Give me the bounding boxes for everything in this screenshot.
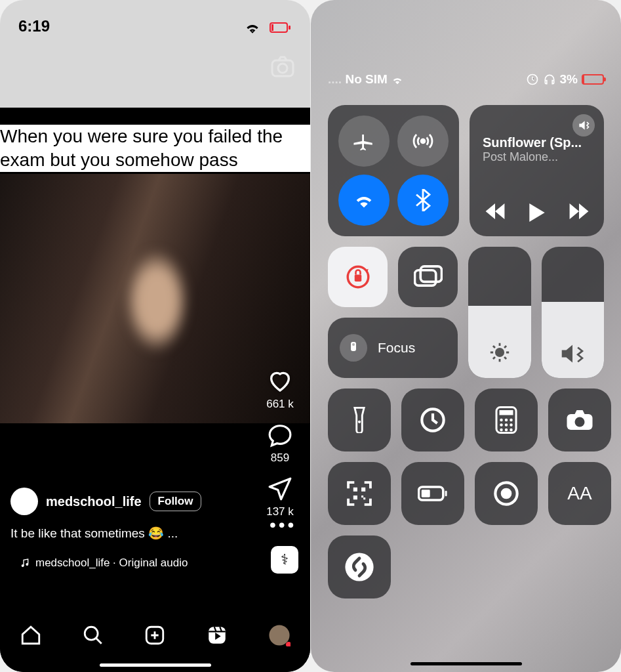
volume-icon: [560, 344, 585, 366]
comment-count: 859: [271, 452, 289, 465]
svg-point-28: [500, 423, 503, 427]
tab-reels[interactable]: [206, 624, 228, 646]
svg-rect-15: [354, 275, 361, 282]
svg-rect-40: [363, 497, 365, 499]
focus-button[interactable]: Focus: [328, 318, 458, 378]
svg-point-21: [358, 421, 361, 423]
screen-record-button[interactable]: [475, 462, 538, 525]
svg-point-27: [510, 419, 513, 422]
battery-percent: 3%: [560, 72, 578, 87]
music-artist: Post Malone...: [483, 150, 591, 164]
svg-point-29: [505, 423, 508, 427]
like-button[interactable]: 661 k: [266, 368, 294, 411]
svg-rect-2: [289, 26, 290, 30]
svg-point-45: [501, 488, 512, 499]
low-power-button[interactable]: [401, 462, 464, 525]
tab-profile[interactable]: [268, 624, 290, 646]
follow-button[interactable]: Follow: [150, 492, 202, 511]
status-bar: 6:19: [0, 13, 310, 39]
svg-rect-1: [271, 24, 273, 31]
svg-point-30: [510, 423, 513, 427]
calculator-button[interactable]: [475, 388, 538, 452]
tab-home[interactable]: [20, 624, 42, 646]
svg-point-25: [500, 419, 503, 422]
home-indicator[interactable]: [100, 663, 211, 667]
svg-point-32: [505, 429, 508, 432]
tab-search[interactable]: [82, 624, 104, 646]
svg-rect-16: [414, 270, 435, 285]
focus-label: Focus: [378, 340, 415, 356]
svg-rect-36: [353, 488, 357, 492]
tab-create[interactable]: [144, 624, 166, 646]
reel-action-rail: 661 k 859 137 k: [260, 368, 300, 518]
reel-caption-overlay: When you were sure you failed the exam b…: [0, 125, 310, 172]
volume-slider[interactable]: [542, 247, 604, 378]
connectivity-tile[interactable]: [328, 105, 459, 236]
airplane-mode-button[interactable]: [338, 116, 390, 167]
audio-label: medschool_life · Original audio: [35, 556, 188, 570]
bluetooth-button[interactable]: [397, 175, 449, 226]
caption[interactable]: It be like that sometimes 😂 ...: [10, 526, 258, 541]
more-button[interactable]: •••: [270, 514, 296, 536]
qr-scanner-button[interactable]: [328, 462, 391, 525]
brightness-slider[interactable]: [468, 247, 531, 378]
prev-track-button[interactable]: [485, 203, 505, 224]
svg-point-6: [26, 563, 28, 566]
camera-icon[interactable]: [268, 52, 297, 81]
cellular-button[interactable]: [397, 116, 449, 167]
instagram-reel-screen: 6:19 When you were sure you failed the e…: [0, 0, 310, 672]
post-meta: ⚕ medschool_life Follow It be like that …: [10, 488, 258, 574]
focus-icon: [340, 334, 367, 362]
avatar[interactable]: ⚕: [10, 488, 38, 515]
orientation-lock-button[interactable]: [328, 247, 388, 307]
svg-point-10: [269, 625, 289, 645]
carrier-label: .... No SIM: [328, 72, 404, 87]
status-time: 6:19: [18, 17, 50, 35]
svg-point-7: [85, 627, 98, 640]
shazam-button[interactable]: [328, 536, 391, 598]
brightness-icon: [489, 341, 511, 366]
flashlight-button[interactable]: [328, 388, 391, 452]
svg-rect-38: [353, 495, 357, 499]
next-track-button[interactable]: [569, 203, 589, 224]
svg-rect-37: [361, 488, 365, 492]
svg-point-13: [420, 138, 426, 144]
svg-rect-24: [500, 410, 513, 415]
camera-button[interactable]: [548, 388, 611, 452]
svg-point-20: [495, 348, 504, 357]
status-bar: .... No SIM 3%: [311, 72, 621, 87]
svg-point-31: [500, 429, 503, 432]
svg-point-33: [510, 429, 513, 432]
headphones-icon: [543, 73, 556, 86]
username[interactable]: medschool_life: [46, 494, 142, 509]
audio-output-button[interactable]: [572, 114, 595, 136]
svg-rect-43: [445, 491, 447, 497]
control-center-screen: .... No SIM 3% Sunflower (Sp... Post Mal…: [311, 0, 621, 672]
audio-chip[interactable]: medschool_life · Original audio: [10, 553, 197, 574]
share-button[interactable]: 137 k: [266, 476, 294, 518]
screen-mirroring-button[interactable]: [398, 247, 458, 307]
like-count: 661 k: [266, 398, 294, 411]
timer-button[interactable]: [401, 388, 464, 452]
wifi-button[interactable]: [338, 175, 390, 226]
rotation-lock-icon: [526, 73, 539, 86]
audio-square[interactable]: ⚕: [271, 546, 298, 574]
svg-point-5: [22, 564, 24, 567]
svg-rect-42: [422, 490, 430, 497]
svg-rect-39: [361, 495, 363, 497]
text-size-button[interactable]: AA: [548, 462, 611, 525]
svg-point-26: [505, 419, 508, 422]
comment-button[interactable]: 859: [268, 423, 292, 465]
music-title: Sunflower (Sp...: [483, 135, 591, 150]
home-indicator[interactable]: [411, 662, 522, 665]
svg-point-4: [278, 64, 287, 73]
svg-rect-17: [420, 266, 441, 282]
now-playing-tile[interactable]: Sunflower (Sp... Post Malone...: [470, 105, 604, 236]
music-note-icon: [20, 558, 30, 568]
svg-point-35: [575, 417, 585, 427]
svg-point-19: [352, 343, 355, 346]
play-button[interactable]: [529, 203, 546, 224]
battery-icon: [582, 74, 604, 85]
status-icons: [244, 17, 292, 35]
